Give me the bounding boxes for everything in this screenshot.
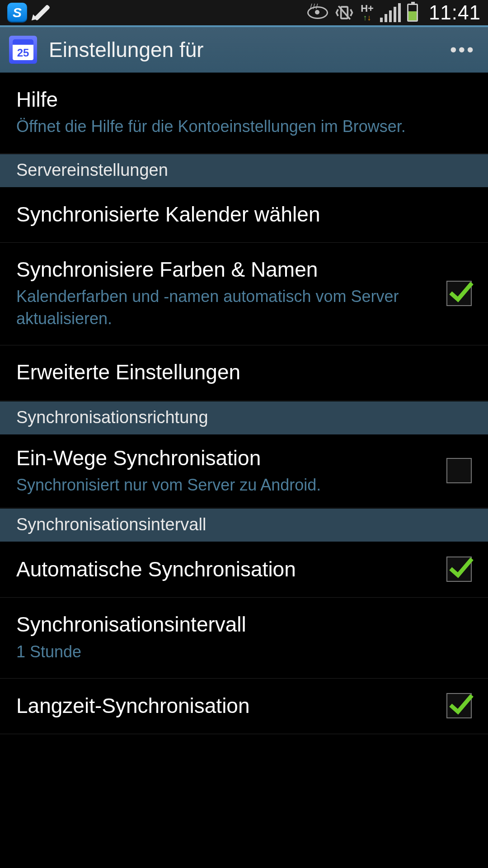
choose-calendars-title: Synchronisierte Kalender wählen (16, 202, 472, 227)
status-bar: S /// H+ ↑↓ 11:41 (0, 0, 488, 25)
one-way-item[interactable]: Ein-Wege Synchronisation Synchronisiert … (0, 435, 488, 509)
sync-colors-title: Synchronisiere Farben & Namen (16, 257, 437, 282)
help-item[interactable]: Hilfe Öffnet die Hilfe für die Kontoeins… (0, 73, 488, 154)
choose-calendars-item[interactable]: Synchronisierte Kalender wählen (0, 188, 488, 243)
help-title: Hilfe (16, 87, 472, 112)
section-interval: Synchronisationsintervall (0, 508, 488, 542)
action-bar: 25 Einstellungen für ••• (0, 25, 488, 73)
interval-item[interactable]: Synchronisationsintervall 1 Stunde (0, 598, 488, 679)
one-way-checkbox[interactable] (446, 458, 472, 483)
overflow-menu-icon[interactable]: ••• (446, 39, 479, 61)
section-direction: Synchronisationsrichtung (0, 401, 488, 435)
auto-sync-title: Automatische Synchronisation (16, 557, 437, 582)
one-way-title: Ein-Wege Synchronisation (16, 446, 437, 471)
status-app-icon: S (7, 3, 27, 23)
long-term-title: Langzeit-Synchronisation (16, 693, 437, 718)
sync-colors-item[interactable]: Synchronisiere Farben & Namen Kalenderfa… (0, 243, 488, 345)
battery-icon (407, 4, 418, 22)
long-term-item[interactable]: Langzeit-Synchronisation (0, 679, 488, 734)
vibrate-icon (334, 3, 354, 23)
interval-sub: 1 Stunde (16, 641, 472, 663)
compose-icon (33, 4, 52, 22)
signal-icon (380, 3, 401, 22)
advanced-item[interactable]: Erweiterte Einstellungen (0, 345, 488, 401)
mobile-data-icon: H+ ↑↓ (361, 4, 374, 22)
auto-sync-item[interactable]: Automatische Synchronisation (0, 542, 488, 598)
one-way-sub: Synchronisiert nur vom Server zu Android… (16, 474, 437, 496)
status-clock: 11:41 (429, 1, 481, 24)
sync-colors-sub: Kalenderfarben und -namen automatisch vo… (16, 286, 437, 330)
help-sub: Öffnet die Hilfe für die Kontoeinstellun… (16, 116, 472, 138)
interval-title: Synchronisationsintervall (16, 612, 472, 637)
section-server: Servereinstellungen (0, 154, 488, 188)
smart-stay-icon: /// (307, 6, 328, 19)
advanced-title: Erweiterte Einstellungen (16, 360, 472, 385)
page-title: Einstellungen für (49, 38, 204, 62)
settings-list: Hilfe Öffnet die Hilfe für die Kontoeins… (0, 73, 488, 734)
sync-colors-checkbox[interactable] (446, 281, 472, 306)
long-term-checkbox[interactable] (446, 693, 472, 718)
calendar-app-icon: 25 (9, 36, 37, 64)
status-app-badge: S (13, 5, 22, 20)
auto-sync-checkbox[interactable] (446, 557, 472, 582)
